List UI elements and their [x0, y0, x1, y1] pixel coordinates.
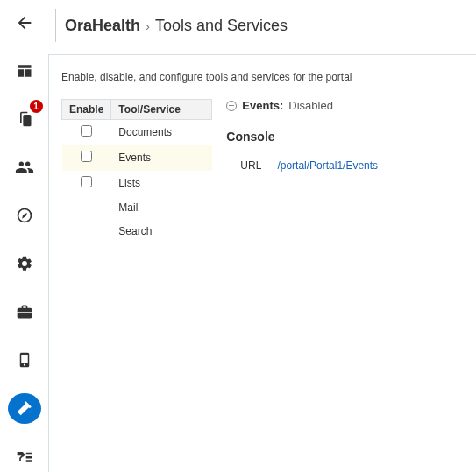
enable-checkbox[interactable]	[81, 176, 92, 187]
nav-dashboard[interactable]	[8, 55, 41, 86]
table-row[interactable]: Search	[62, 220, 212, 243]
back-arrow-icon	[15, 13, 34, 32]
people-icon	[15, 158, 34, 177]
breadcrumb: OraHealth › Tools and Services	[65, 17, 288, 35]
console-url-link[interactable]: /portal/Portal1/Events	[277, 159, 378, 172]
breadcrumb-separator: ›	[146, 18, 150, 33]
col-tool: Tool/Service	[111, 100, 212, 120]
nav-settings[interactable]	[8, 248, 41, 278]
tool-name: Lists	[111, 171, 212, 196]
disabled-icon	[226, 101, 237, 111]
tool-name: Mail	[111, 196, 212, 220]
console-title: Console	[226, 130, 464, 144]
table-row[interactable]: Documents	[62, 120, 212, 145]
sidebar: 1	[0, 0, 48, 472]
content-panel: Enable, disable, and configure tools and…	[48, 54, 476, 472]
instructions-text: Enable, disable, and configure tools and…	[61, 71, 464, 83]
compass-icon	[16, 207, 33, 224]
briefcase-icon	[16, 303, 33, 321]
enable-checkbox[interactable]	[81, 125, 92, 137]
nav-toolbox[interactable]	[8, 297, 41, 328]
grid-icon	[16, 62, 33, 80]
nav-device[interactable]	[8, 345, 41, 376]
breadcrumb-root[interactable]: OraHealth	[65, 17, 140, 35]
table-row[interactable]: Lists	[62, 171, 212, 196]
divider	[55, 9, 56, 42]
status-row: Events: Disabled	[226, 99, 464, 112]
status-value: Disabled	[288, 99, 333, 112]
tools-table: Enable Tool/Service DocumentsEventsLists…	[61, 99, 212, 243]
back-button[interactable]	[8, 7, 41, 38]
page-title: Tools and Services	[155, 17, 288, 35]
nav-pages[interactable]: 1	[8, 103, 41, 134]
pages-icon	[16, 110, 33, 128]
table-row[interactable]: Events	[62, 145, 212, 171]
col-enable: Enable	[62, 100, 111, 120]
tool-name: Search	[111, 220, 212, 243]
nav-explore[interactable]	[8, 200, 41, 230]
tool-name: Documents	[111, 120, 212, 145]
tool-name: Events	[111, 145, 212, 171]
deploy-icon	[15, 447, 34, 465]
nav-deploy[interactable]	[8, 441, 41, 472]
hammer-icon	[16, 399, 33, 417]
status-label: Events:	[242, 99, 283, 112]
table-row[interactable]: Mail	[62, 196, 212, 220]
device-icon	[17, 350, 32, 370]
nav-tools[interactable]	[8, 393, 41, 424]
enable-checkbox[interactable]	[81, 151, 92, 162]
main-area: OraHealth › Tools and Services Enable, d…	[48, 0, 476, 472]
nav-members[interactable]	[8, 151, 41, 182]
badge: 1	[30, 100, 43, 113]
gear-icon	[16, 255, 33, 272]
header: OraHealth › Tools and Services	[48, 0, 476, 54]
console-url-label: URL	[240, 159, 261, 172]
